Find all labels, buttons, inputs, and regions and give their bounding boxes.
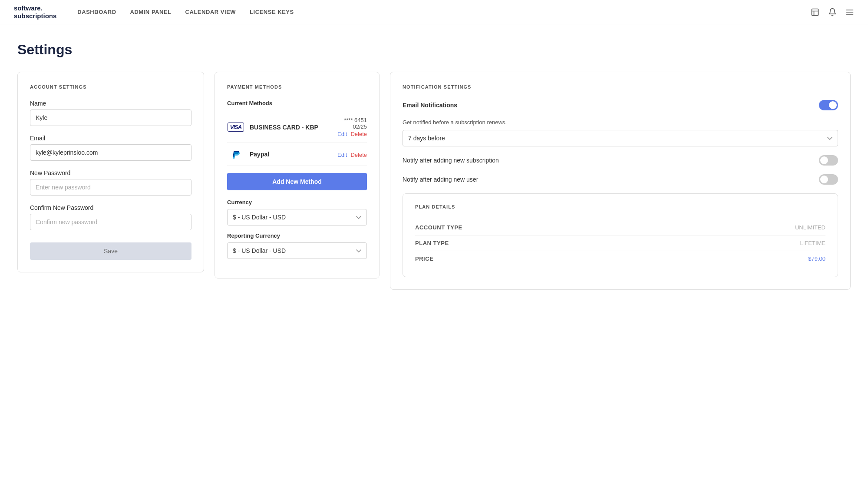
bell-icon [828, 8, 837, 17]
email-notifications-row: Email Notifications [403, 100, 838, 110]
notify-new-user-toggle[interactable] [819, 174, 838, 185]
plan-type-row: PLAN TYPE LIFETIME [415, 235, 825, 251]
account-settings-title: ACCOUNT SETTINGS [30, 84, 191, 90]
email-notifications-label: Email Notifications [403, 102, 457, 109]
nav-icon-group [811, 8, 854, 17]
plan-type-key: PLAN TYPE [415, 240, 449, 246]
visa-delete-link[interactable]: Delete [350, 131, 367, 137]
paypal-actions: Edit Delete [337, 152, 367, 158]
notify-new-user-row: Notify after adding new user [403, 174, 838, 185]
visa-card-expiry: 02/25 [337, 123, 367, 130]
new-password-field-group: New Password [30, 169, 191, 196]
nav-admin-panel[interactable]: ADMIN PANEL [130, 9, 172, 15]
visa-card-details: **** 6451 02/25 Edit Delete [337, 117, 367, 137]
plan-account-type-row: ACCOUNT TYPE UNLIMITED [415, 220, 825, 235]
email-notifications-slider [819, 100, 838, 110]
confirm-password-label: Confirm New Password [30, 204, 191, 211]
notify-new-user-slider [819, 174, 838, 185]
plan-details-panel: PLAN DETAILS ACCOUNT TYPE UNLIMITED PLAN… [403, 193, 838, 277]
paypal-name: Paypal [250, 151, 332, 158]
name-field-group: Name [30, 100, 191, 126]
add-new-method-button[interactable]: Add New Method [227, 173, 367, 190]
settings-page: Settings ACCOUNT SETTINGS Name Email New… [0, 24, 868, 494]
current-methods-label: Current Methods [227, 100, 367, 106]
save-button[interactable]: Save [30, 242, 191, 260]
user-icon [811, 8, 819, 17]
reporting-currency-select[interactable]: $ - US Dollar - USD [227, 242, 367, 259]
panels-row: ACCOUNT SETTINGS Name Email New Password… [17, 72, 851, 290]
notification-settings-title: NOTIFICATION SETTINGS [403, 84, 838, 90]
paypal-logo [227, 148, 244, 160]
payment-method-visa: VISA BUSINESS CARD - KBP **** 6451 02/25… [227, 112, 367, 143]
menu-button[interactable] [845, 8, 854, 17]
payment-methods-panel: PAYMENT METHODS Current Methods VISA BUS… [215, 72, 380, 278]
plan-account-type-value: UNLIMITED [795, 224, 825, 231]
visa-card-number: **** 6451 [337, 117, 367, 123]
plan-price-value: $79.00 [808, 255, 825, 262]
notify-new-subscription-row: Notify after adding new subscription [403, 155, 838, 166]
page-title: Settings [17, 42, 851, 58]
navbar: software. subscriptions DASHBOARD ADMIN … [0, 0, 868, 24]
hamburger-icon [845, 8, 854, 17]
renewal-notify-label: Get notified before a subscription renew… [403, 119, 838, 126]
visa-edit-link[interactable]: Edit [337, 131, 347, 137]
visa-card-actions: Edit Delete [337, 131, 367, 137]
nav-license-keys[interactable]: LICENSE KEYS [250, 9, 294, 15]
visa-card-name: BUSINESS CARD - KBP [250, 124, 332, 131]
plan-account-type-key: ACCOUNT TYPE [415, 224, 462, 231]
new-password-label: New Password [30, 169, 191, 176]
currency-label: Currency [227, 199, 367, 206]
notify-new-subscription-label: Notify after adding new subscription [403, 157, 499, 164]
nav-calendar-view[interactable]: CALENDAR VIEW [185, 9, 236, 15]
name-input[interactable] [30, 109, 191, 126]
nav-links: DASHBOARD ADMIN PANEL CALENDAR VIEW LICE… [77, 9, 811, 15]
paypal-edit-link[interactable]: Edit [337, 152, 347, 158]
user-icon-button[interactable] [811, 8, 819, 17]
plan-price-key: PRICE [415, 255, 433, 262]
email-notifications-toggle[interactable] [819, 100, 838, 110]
plan-details-title: PLAN DETAILS [415, 204, 825, 209]
currency-select[interactable]: $ - US Dollar - USD [227, 209, 367, 225]
confirm-password-input[interactable] [30, 214, 191, 230]
app-logo[interactable]: software. subscriptions [14, 4, 56, 20]
name-label: Name [30, 100, 191, 107]
notification-bell-button[interactable] [828, 8, 837, 17]
account-settings-panel: ACCOUNT SETTINGS Name Email New Password… [17, 72, 204, 272]
email-field-group: Email [30, 135, 191, 161]
notify-new-user-label: Notify after adding new user [403, 176, 478, 183]
paypal-details: Edit Delete [337, 151, 367, 158]
payment-methods-title: PAYMENT METHODS [227, 84, 367, 90]
email-input[interactable] [30, 144, 191, 161]
nav-dashboard[interactable]: DASHBOARD [77, 9, 116, 15]
payment-method-paypal: Paypal Edit Delete [227, 143, 367, 166]
plan-type-value: LIFETIME [800, 240, 825, 246]
visa-logo: VISA [227, 123, 244, 132]
renewal-days-select[interactable]: 7 days before 3 days before 1 day before [403, 130, 838, 146]
svg-rect-0 [812, 9, 818, 15]
notify-new-subscription-toggle[interactable] [819, 155, 838, 166]
reporting-currency-label: Reporting Currency [227, 232, 367, 239]
notification-settings-panel: NOTIFICATION SETTINGS Email Notification… [390, 72, 851, 290]
plan-price-row: PRICE $79.00 [415, 251, 825, 266]
new-password-input[interactable] [30, 179, 191, 196]
confirm-password-field-group: Confirm New Password [30, 204, 191, 230]
email-label: Email [30, 135, 191, 142]
notify-new-subscription-slider [819, 155, 838, 166]
paypal-delete-link[interactable]: Delete [350, 152, 367, 158]
